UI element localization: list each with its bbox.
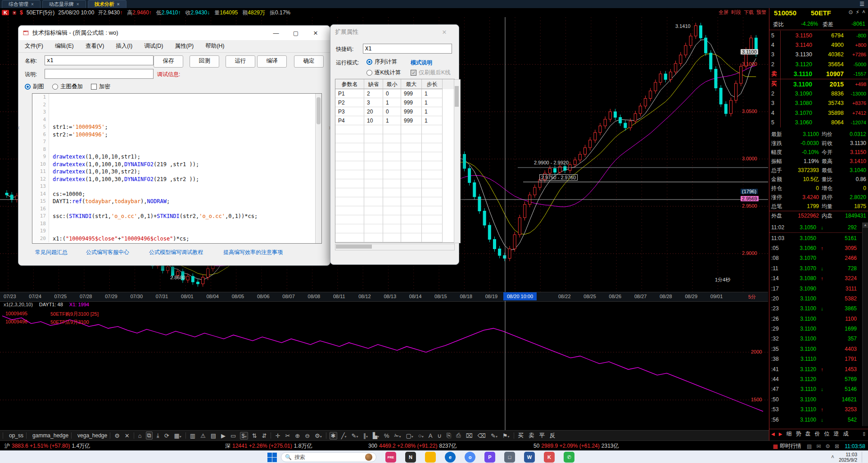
menu-item-1[interactable]: 编辑(E) [55,42,74,50]
view-tab-gamma_hedge[interactable]: gamma_hedge [30,432,72,439]
edge-icon[interactable]: e [445,452,456,463]
clear-icon[interactable]: ⌧ [465,432,474,439]
panel-tab-3[interactable]: 价 [814,430,820,438]
flag-icon[interactable]: ⚑▾ [502,432,511,439]
quick-action-0[interactable]: 全屏 [719,9,728,16]
kline-chart-icon[interactable]: ▥ [189,432,196,439]
workspace-tab-2[interactable]: 技术分析× [88,0,127,8]
chrome-icon[interactable]: o [465,452,475,463]
panel-tab-0[interactable]: 细 [786,430,791,438]
zoom-in-icon[interactable]: ⊕ [294,432,301,439]
radio-sequence-calc[interactable]: 序列计算 [366,58,397,66]
footer-link-3[interactable]: 提高编写效率的注意事项 [223,249,283,256]
footer-link-1[interactable]: 公式编写客服中心 [86,249,129,256]
panel-tab-6[interactable]: 成 [843,430,848,438]
segment-icon[interactable]: ✁▾ [393,432,402,439]
close-icon[interactable]: ✕ [434,29,454,36]
checkbox-refresh-last-bar[interactable]: ✓仅刷最后K线 [411,69,451,77]
trade-action-0[interactable]: 买 [517,432,525,440]
formula-name-input[interactable] [45,55,154,65]
tab-close-icon[interactable]: × [117,2,120,7]
lock-icon[interactable]: ⊠ [835,443,839,449]
erase-icon[interactable]: ⌫ [477,432,487,439]
page-arrow-icon[interactable]: ▶ [779,431,782,436]
dialog-titlebar[interactable]: 🗔 技术指标编辑 - (所属公式组 : wo) —▢✕ [18,26,330,40]
workspace-tab-0[interactable]: 综合管理× [2,0,41,8]
trade-app-icon[interactable]: K [544,452,555,463]
view-tab-vega_hedge[interactable]: vega_hedge [75,432,110,439]
panel-tab-2[interactable]: 盘 [805,430,810,438]
menu-item-0[interactable]: 文件(F) [25,42,43,50]
close-icon[interactable]: ✕ [306,30,326,36]
period-label[interactable]: 5分 [748,294,756,300]
workspace-tab-1[interactable]: 动态显示牌× [42,0,86,8]
home-icon[interactable]: ⌂ [137,432,143,439]
pattern-icon[interactable]: ▙▾ [372,432,380,439]
code-scrollbar[interactable] [315,94,321,243]
button-save[interactable]: 保存 [154,55,183,68]
param-row[interactable]: P32009991 [335,107,454,116]
quick-action-1[interactable]: 时段 [731,9,741,16]
refresh-icon[interactable]: ⟳ [163,432,170,439]
notepad-app-icon[interactable]: N [405,452,416,463]
start-button[interactable] [267,452,277,463]
panel-icon[interactable]: ▤ [807,443,812,449]
param-row[interactable]: P41019991 [335,116,454,125]
panel-tab-1[interactable]: 势 [796,430,801,438]
menu-item-3[interactable]: 插入(I) [116,42,132,50]
report-icon[interactable]: ▭ [230,432,237,439]
taskbar-search[interactable]: 🔍 搜索 [281,452,376,462]
trade-action-1[interactable]: 卖 [528,432,535,440]
gann-icon[interactable]: ∥▾ [362,432,369,439]
flash-icon[interactable]: ⚡ [856,9,859,15]
trade-action-2[interactable]: 平 [538,432,546,440]
formula-code-editor[interactable]: 12345str1:='10009495';6str2:='10009496';… [32,93,322,244]
grid-layout-icon[interactable]: ▦▾ [173,432,182,439]
wechat-icon[interactable]: ✆ [564,452,574,463]
calendar-icon[interactable]: ▤ [210,432,217,439]
pre-app-icon[interactable]: PRE [385,452,396,463]
button-ok[interactable]: 确定 [294,55,324,68]
menu-item-5[interactable]: 属性(P) [175,42,194,50]
date-axis[interactable]: 07/2307/2407/2507/2807/2907/3007/3108/01… [0,292,768,302]
monitor-app-icon[interactable]: □ [504,452,515,463]
collapse-icon[interactable]: ˄ [862,9,865,15]
menu-item-2[interactable]: 查看(V) [86,42,104,50]
radio-per-bar-calc[interactable]: 逐K线计算 [366,69,401,77]
indicator-subchart[interactable]: x1(2,3,20,10)DAYT1: 48X1: 19941000949550… [0,301,768,430]
tick-scrollbar[interactable]: ▲ [862,222,868,426]
rect-icon[interactable]: ▢▾ [405,432,414,439]
footer-link-2[interactable]: 公式模型编写调试教程 [149,249,203,256]
settings-icon[interactable]: ⚙▾ [314,432,323,439]
hamburger-menu-icon[interactable]: ☰ [859,1,864,7]
panel-tab-5[interactable]: 逆 [833,430,839,438]
page-arrow-icon[interactable]: ◀ [771,431,775,436]
kline-type-dropdown-icon[interactable]: ▾ [13,11,16,15]
tab-close-icon[interactable]: × [77,2,79,7]
print-icon[interactable]: ⎙ [455,432,461,439]
edit-icon[interactable]: ✎▾ [490,432,498,439]
trade-action-3[interactable]: 反 [549,432,556,440]
checkbox-encrypt[interactable]: 加密 [91,83,110,91]
quick-action-2[interactable]: 下载 [744,9,754,16]
shortcut-input[interactable] [363,44,452,54]
radio-main-overlay[interactable]: 主图叠加 [52,83,83,91]
text-icon[interactable]: A [428,432,434,439]
paint-app-icon[interactable]: P [484,452,495,463]
taskbar-clock[interactable]: 11:03 2025/9/2 [839,452,857,463]
quick-action-3[interactable]: 预警 [756,9,766,16]
message-icon[interactable]: ✉ [816,443,821,449]
formula-desc-input[interactable] [45,69,154,79]
settings-icon[interactable]: ⚙ [825,443,830,449]
footer-link-0[interactable]: 常见问题汇总 [35,249,68,256]
minimize-icon[interactable]: — [266,30,286,36]
filter-down-icon[interactable]: ⇵ [261,432,268,439]
link-icon[interactable]: ⧉ [146,431,153,440]
draw-icon[interactable]: ✎▾ [351,432,359,439]
tray-expand-icon[interactable]: ˄ [831,454,834,460]
alert-icon[interactable]: ⚠ [199,432,207,439]
gear-icon[interactable]: ⚙ [113,432,121,439]
panel-tab-4[interactable]: 位 [824,430,829,438]
money-icon[interactable]: $▾ [240,432,248,440]
radio-subchart[interactable]: 副图 [25,83,44,91]
